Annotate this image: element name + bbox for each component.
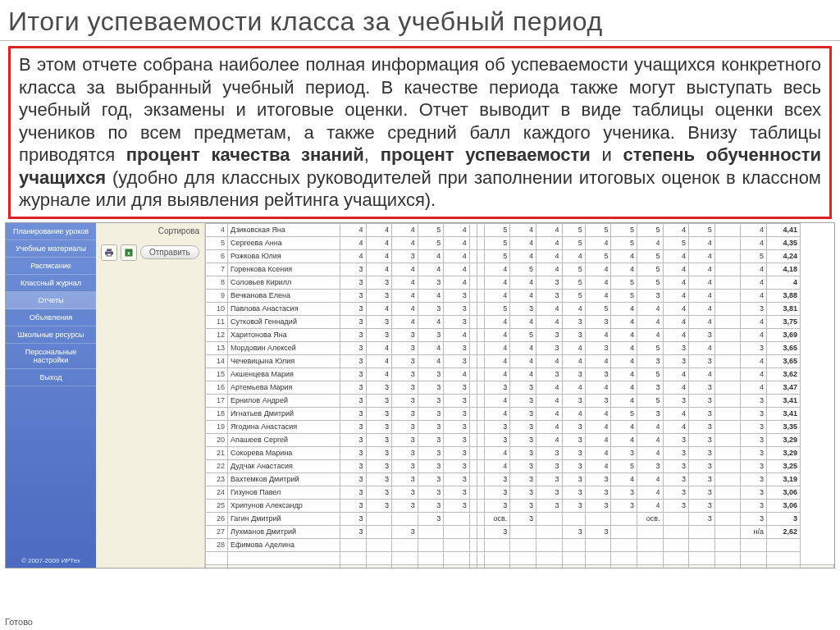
desc-bold2: процент успеваемости [381,144,591,165]
print-icon[interactable] [101,244,117,261]
sidebar-item-exit[interactable]: Выход [6,369,96,386]
sidebar-item-planning[interactable]: Планирование уроков [6,223,96,240]
table-row: 23Вахтемков Дмитрий3333333333443333,19 [206,472,834,486]
grades-grid[interactable]: 4Дзиковская Яна4445454455554544,415Серге… [205,223,834,568]
table-row: 16Артемьева Мария3333333444434343,47 [206,381,834,394]
table-row: 6Рожкова Юлия4434454445454454,24 [206,249,834,262]
table-row: 17Ернилов Андрей3333343433453333,41 [206,394,834,407]
sidebar-item-resources[interactable]: Школьные ресурсы [6,326,96,344]
description-box: В этом отчете собрана наиболее полная ин… [8,46,832,219]
table-row: 26Гагин Дмитрий33осв.3осв.333 [206,512,834,525]
table-row: 11Сутковой Геннадий3344344433444443,75 [206,315,834,328]
desc-part2: (удобно для классных руководителей при з… [19,167,821,211]
table-row: 19Ягодина Анастасия3333333434444333,35 [206,420,834,433]
table-row: 13Мордовин Алексей3434344343453433,65 [206,341,834,354]
table-row: 25Хрипунов Александр3333333333343333,06 [206,499,834,512]
table-row: 9Вечканова Елена3344344354534443,88 [206,289,834,302]
mid-panel: Сортирова X Отправить [96,223,205,568]
sidebar-item-journal[interactable]: Классный журнал [6,275,96,292]
table-row: 8Соловьев Кирилл3343444354554444 [206,276,834,289]
table-row: 21Сокорева Марина3333343334343333,29 [206,446,834,459]
sort-label: Сортирова [158,226,199,235]
desc-bold1: процент качества знаний [126,144,364,165]
toolbar: X Отправить [101,244,199,261]
table-row: 15Акшенцева Мария3433444333454443,62 [206,368,834,381]
table-row: 27Лухманов Дмитрий33333н/а2,62 [206,525,834,538]
sidebar-item-settings[interactable]: Персональные настройки [6,344,96,369]
sidebar-item-schedule[interactable]: Расписание [6,258,96,275]
app-screenshot: Планирование уроков Учебные материалы Ра… [5,222,835,568]
table-row: 20Апашеев Сергей3333333434443333,29 [206,433,834,446]
sidebar: Планирование уроков Учебные материалы Ра… [6,223,96,568]
table-row: 5Сергеева Анна4445454454545444,35 [206,236,834,249]
table-row: 28Ефимова Аделина [206,538,834,551]
svg-text:X: X [127,250,130,255]
send-button[interactable]: Отправить [140,245,199,259]
sidebar-item-announce[interactable]: Объявления [6,309,96,326]
sidebar-item-reports[interactable]: Отчеты [6,292,96,309]
table-row: 4Дзиковская Яна4445454455554544,41 [206,223,834,236]
status-bar: Готово [5,617,33,627]
copyright: © 2007-2009 ИРТех [6,554,96,568]
table-row: 14Чечевицына Юлия3434344444433343,65 [206,354,834,368]
page-title: Итоги успеваемости класса за учебный пер… [0,0,840,41]
table-row: 7Горенкова Ксения3444445454454444,18 [206,262,834,276]
summary-row: % качества30,851,933,340,730,892,340,765… [206,564,834,568]
table-row: 10Павлова Анастасия3443353445444433,81 [206,302,834,315]
table-row: 18Игнатьев Дмитрий3333343444534333,41 [206,407,834,420]
table-row: 24Гизунов Павел3333333333343333,06 [206,486,834,499]
sidebar-item-materials[interactable]: Учебные материалы [6,240,96,258]
table-row: 22Дудчак Анастасия3333343334533333,25 [206,459,834,472]
excel-icon[interactable]: X [121,244,137,261]
table-row: 12Харитонова Яна3333445334444343,69 [206,328,834,341]
